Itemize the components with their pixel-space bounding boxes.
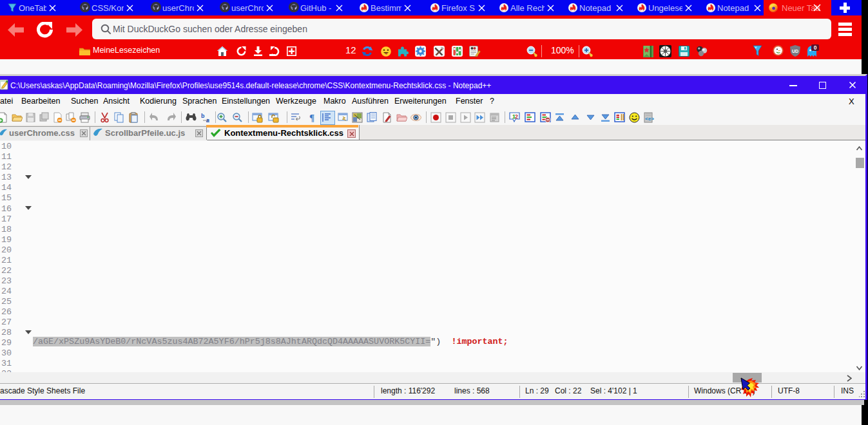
svg-text:b: b <box>201 113 205 119</box>
svg-text:<e>: <e> <box>645 116 654 122</box>
svg-text:UD: UD <box>792 49 798 53</box>
svg-text:a: a <box>206 117 209 123</box>
svg-text:2: 2 <box>515 113 518 120</box>
svg-text:¶: ¶ <box>309 113 314 123</box>
svg-text:0: 0 <box>814 44 817 51</box>
